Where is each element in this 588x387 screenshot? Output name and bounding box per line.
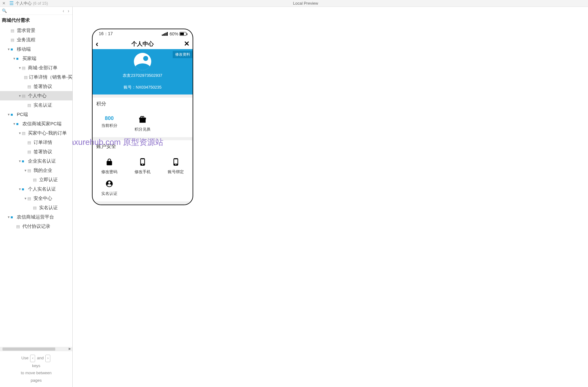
expand-icon[interactable]: ▼ [18,66,22,70]
close-button[interactable]: ✕ [0,1,7,6]
tree-item[interactable]: ▼■买家端 [0,54,72,63]
expand-icon[interactable]: ▼ [24,197,27,200]
page-icon: ▤ [11,38,16,42]
tree-item-label: 订单详情 [34,140,52,145]
menu-icon[interactable]: ☰ [9,0,14,6]
tree-item-label: 买家中心-我的订单 [28,130,67,136]
tree-item-label: 签署协议 [34,149,52,155]
signal-icon [162,32,168,36]
tree-item[interactable]: ▤签署协议 [0,147,72,156]
tree-item[interactable]: ▤签署协议 [0,82,72,91]
search-icon[interactable]: 🔍 [2,8,7,13]
tree-item-label: 买家端 [22,56,36,62]
tree-item[interactable]: ▼▤安全中心 [0,194,72,203]
tree-item[interactable]: ▼■个人实名认证 [0,184,72,194]
security-cell[interactable]: 修改手机 [126,155,159,177]
avatar[interactable] [134,53,151,70]
cell-label: 实名认证 [93,191,126,196]
page-icon: ▤ [11,28,16,33]
expand-icon[interactable]: ▼ [18,159,22,163]
tree-item-label: 实名认证 [34,102,52,108]
tree-item-label: 立即认证 [39,177,58,183]
expand-icon[interactable]: ▼ [18,187,22,191]
page-icon: ▤ [22,94,27,98]
preview-canvas: 16：17 60% ‹ 个人中心 ✕ 修改资料 农友23702973502937… [73,7,588,387]
folder-icon: ■ [22,159,27,164]
lock-icon [105,158,113,166]
scroll-right-icon[interactable]: ▶ [69,347,71,350]
tree-item[interactable]: ▼▤买家中心-我的订单 [0,128,72,138]
prev-next-nav[interactable]: ‹ › [63,8,71,13]
tree-item[interactable]: ▤实名认证 [0,100,72,110]
security-grid: 修改密码修改手机账号绑定实名认证 [93,153,193,201]
page-icon: ▤ [27,84,32,89]
tree-item[interactable]: ▼■农信商城买家PC端 [0,119,72,128]
status-bar: 16：17 60% [93,29,193,39]
page-tree: ▤需求背景▤业务流程▼■移动端▼■买家端▼▤商城-全部订单▤订单详情（销售单-买… [0,26,72,347]
points-value: 800 [93,115,126,122]
top-bar: ✕ ☰ 个人中心 (6 of 15) Local Preview [0,0,588,7]
tree-item[interactable]: ▼■PC端 [0,110,72,119]
expand-icon[interactable]: ▼ [12,57,16,60]
tree-item-label: 我的企业 [34,168,52,173]
expand-icon[interactable]: ▼ [7,113,11,116]
sidebar: 🔍 ‹ › 商城代付需求 ▤需求背景▤业务流程▼■移动端▼■买家端▼▤商城-全部… [0,7,73,387]
tree-item[interactable]: ▼▤商城-全部订单 [0,63,72,72]
page-count: (6 of 15) [33,1,48,6]
status-time: 16：17 [99,31,113,37]
tree-item[interactable]: ▤代付协议记录 [0,222,72,231]
tree-item[interactable]: ▼■移动端 [0,44,72,54]
tree-item-label: 订单详情（销售单-买 [29,74,72,80]
folder-icon: ■ [11,215,16,219]
tree-item[interactable]: ▤订单详情 [0,138,72,147]
expand-icon[interactable]: ▼ [12,122,16,126]
points-cell[interactable]: 800当前积分 [93,113,126,135]
back-button[interactable]: ‹ [96,39,103,49]
security-cell[interactable]: 修改密码 [93,155,126,177]
folder-icon: ■ [16,122,21,126]
page-icon: ▤ [27,140,32,145]
close-x-button[interactable]: ✕ [182,40,189,48]
page-icon: ▤ [33,177,38,182]
scroll-thumb[interactable] [2,348,55,351]
expand-icon[interactable]: ▼ [18,131,22,135]
expand-icon[interactable]: ▼ [24,169,27,172]
tree-item[interactable]: ▼▤我的企业 [0,166,72,175]
tree-item-label: 个人中心 [28,93,47,99]
tree-item-label: 签署协议 [34,84,52,90]
tree-item-label: 实名认证 [39,205,58,211]
tree-item[interactable]: ▼■企业实名认证 [0,156,72,166]
page-icon: ▤ [22,66,27,70]
tree-item[interactable]: ▤立即认证 [0,175,72,184]
keyboard-hint: Use ‹ and › keys to move between pages [0,351,72,387]
page-icon: ▤ [33,205,38,210]
expand-icon[interactable]: ▼ [18,94,22,98]
edit-profile-button[interactable]: 修改资料 [173,51,193,58]
sitemap-title: 商城代付需求 [0,15,72,26]
tree-item-label: 代付协议记录 [22,223,50,229]
page-title: 个人中心 [103,40,182,48]
tree-item[interactable]: ▤订单详情（销售单-买 [0,72,72,82]
tree-item[interactable]: ▤实名认证 [0,203,72,212]
tree-item[interactable]: ▼■农信商城运营平台 [0,212,72,222]
security-section-header: 账户安全 [93,137,193,153]
tree-item[interactable]: ▤需求背景 [0,26,72,35]
expand-icon[interactable]: ▼ [7,215,11,219]
cell-label: 当前积分 [93,123,126,128]
points-cell[interactable]: 积分兑换 [126,113,159,135]
folder-icon: ■ [11,112,16,117]
tree-item[interactable]: ▤业务流程 [0,35,72,44]
tree-item[interactable]: ▼▤个人中心 [0,91,72,100]
preview-mode-label: Local Preview [48,1,563,6]
phone-icon [172,158,180,166]
expand-icon[interactable]: ▼ [7,48,11,51]
tree-item-label: 安全中心 [34,196,52,201]
page-icon: ▤ [27,168,32,173]
tree-item-label: PC端 [17,112,28,117]
security-cell[interactable]: 实名认证 [93,177,126,199]
folder-icon: ■ [22,187,27,191]
cell-label: 修改密码 [93,169,126,175]
folder-icon: ■ [11,47,16,52]
security-cell[interactable]: 账号绑定 [159,155,193,177]
horizontal-scrollbar[interactable]: ▶ [0,347,72,351]
